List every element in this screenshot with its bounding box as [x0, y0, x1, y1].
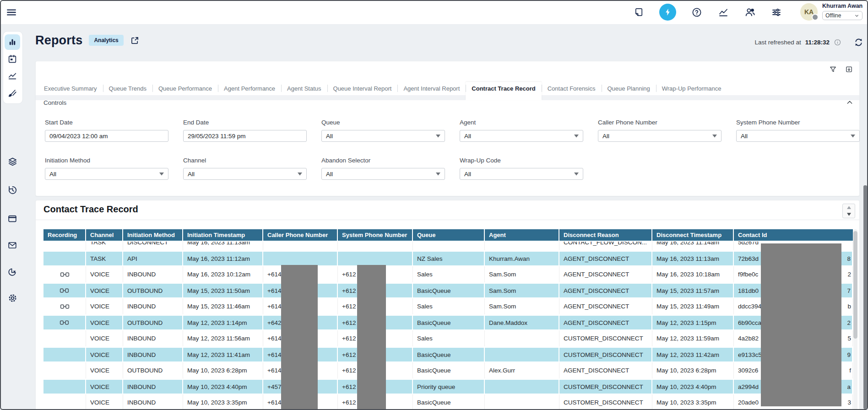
sliders-icon[interactable]	[770, 6, 782, 18]
avatar[interactable]: KA	[800, 3, 818, 21]
tab-queue-performance[interactable]: Queue Performance	[152, 82, 218, 95]
controls-title: Controls	[43, 99, 66, 106]
cell-caller-phone	[263, 250, 338, 266]
help-icon[interactable]	[691, 6, 703, 18]
select-abandon-selector[interactable]: All	[321, 168, 445, 180]
cell-initiation-timestamp: May 16, 2023 11:13am	[183, 242, 263, 250]
tab-agent-status[interactable]: Agent Status	[281, 82, 327, 95]
tab-queue-planning[interactable]: Queue Planning	[602, 82, 656, 95]
sidebar-item-gear-icon[interactable]	[5, 290, 20, 306]
select-agent[interactable]: All	[460, 130, 583, 142]
recording-icon[interactable]	[60, 319, 69, 326]
col-header-channel: Channel	[86, 229, 123, 242]
cell-queue: BasicQueue	[413, 282, 485, 298]
tab-contract-trace-record[interactable]: Contract Trace Record	[466, 82, 541, 100]
col-header-disconnect-timestamp: Disconnect Timestamp	[652, 229, 734, 242]
sidebar-item-layers-icon[interactable]	[5, 154, 20, 169]
cell-queue	[413, 242, 485, 250]
external-link-icon[interactable]	[130, 36, 140, 45]
cell-disconnect-reason: AGENT_DISCONNECT	[559, 362, 652, 378]
sidebar-item-brush-icon[interactable]	[5, 85, 20, 101]
cell-agent	[485, 330, 559, 346]
filter-value: All	[326, 171, 333, 178]
step-up-icon[interactable]	[843, 204, 855, 211]
cell-initiation-timestamp: May 15, 2023 11:46am	[183, 298, 263, 314]
cell-initiation-method: INBOUND	[123, 378, 183, 394]
tab-agent-performance[interactable]: Agent Performance	[218, 82, 281, 95]
redaction-overlay-system	[357, 265, 386, 410]
cell-recording	[43, 266, 86, 282]
step-down-icon[interactable]	[843, 211, 855, 218]
cell-disconnect-reason: CUSTOMER_DISCONNECT	[559, 346, 652, 362]
recording-icon[interactable]	[60, 287, 69, 294]
table-scrollbar[interactable]	[853, 229, 857, 410]
input-end-date[interactable]: 29/05/2023 11:59 pm	[183, 130, 307, 142]
sidebar-item-history-icon[interactable]	[5, 182, 20, 198]
filters-grid: Start Date09/04/2023 12:00 amEnd Date29/…	[45, 119, 868, 180]
tab-wrap-up-performance[interactable]: Wrap-Up Performance	[656, 82, 727, 95]
cell-initiation-method: INBOUND	[123, 330, 183, 346]
cell-disconnect-timestamp: May 16, 2023 11:13am	[652, 250, 734, 266]
sidebar-item-window-icon[interactable]	[5, 211, 20, 227]
select-initiation-method[interactable]: All	[45, 168, 168, 180]
filter-queue: QueueAll	[321, 119, 460, 142]
agent-status-select[interactable]: Offline	[822, 11, 863, 20]
cell-caller-phone	[263, 242, 338, 250]
filter-value: 09/04/2023 12:00 am	[49, 133, 108, 140]
sidebar-item-calendar-icon[interactable]	[5, 51, 20, 67]
flash-icon[interactable]	[659, 4, 676, 21]
cell-channel: VOICE	[86, 282, 123, 298]
cell-disconnect-reason: AGENT_DISCONNECT	[559, 298, 652, 314]
cell-channel: VOICE	[86, 314, 123, 330]
tab-agent-interval-report[interactable]: Agent Interval Report	[397, 82, 466, 95]
cell-disconnect-reason: AGENT_DISCONNECT	[559, 314, 652, 330]
cell-initiation-timestamp: May 10, 2023 3:35pm	[183, 394, 263, 410]
filter-agent: AgentAll	[460, 119, 598, 142]
cell-recording	[43, 330, 86, 346]
tab-queue-interval-report[interactable]: Queue Interval Report	[327, 82, 398, 95]
sidebar-item-line-chart-icon[interactable]	[5, 68, 20, 84]
metrics-icon[interactable]	[717, 6, 729, 18]
cell-queue: NZ Sales	[413, 250, 485, 266]
select-caller-phone-number[interactable]: All	[598, 130, 722, 142]
cell-queue: Sales	[413, 266, 485, 282]
cell-initiation-timestamp: May 16, 2023 11:12am	[183, 250, 263, 266]
filter-icon[interactable]	[829, 65, 837, 73]
col-header-initiation-timestamp: Initiation Timestamp	[183, 229, 263, 242]
select-channel[interactable]: All	[183, 168, 307, 180]
filter-label-wrap-up-code: Wrap-Up Code	[460, 157, 598, 164]
select-system-phone-number[interactable]: All	[736, 130, 860, 142]
redaction-overlay-caller	[281, 265, 318, 410]
recording-icon[interactable]	[60, 303, 70, 310]
sidebar	[0, 24, 25, 410]
tab-contact-forensics[interactable]: Contact Forensics	[542, 82, 602, 95]
cell-agent: Sam.Som	[485, 298, 559, 314]
users-icon[interactable]	[744, 6, 756, 18]
refresh-icon[interactable]	[854, 38, 863, 47]
filter-wrap-up-code: Wrap-Up CodeAll	[460, 157, 598, 180]
info-icon[interactable]	[834, 38, 841, 46]
sidebar-item-pie-chart-icon[interactable]	[5, 264, 20, 280]
cell-disconnect-timestamp: May 15, 2023 11:49am	[652, 298, 734, 314]
recording-icon[interactable]	[60, 271, 70, 278]
collapse-chevron-up-icon[interactable]	[846, 99, 853, 106]
menu-icon[interactable]	[5, 6, 17, 18]
sidebar-item-bar-chart-icon[interactable]	[5, 34, 20, 50]
download-icon[interactable]	[845, 65, 853, 73]
cell-disconnect-timestamp: May 10, 2023 3:35pm	[652, 394, 734, 410]
cell-recording	[43, 298, 86, 314]
page-scrollbar-thumb[interactable]	[863, 185, 867, 409]
tab-executive-summary[interactable]: Executive Summary	[38, 82, 103, 95]
controls-header: Controls	[43, 99, 853, 106]
dropdown-arrow-icon	[436, 135, 440, 138]
select-queue[interactable]: All	[321, 130, 445, 142]
input-start-date[interactable]: 09/04/2023 12:00 am	[45, 130, 168, 142]
tab-queue-trends[interactable]: Queue Trends	[103, 82, 152, 95]
table-scrollbar-thumb[interactable]	[853, 231, 857, 339]
select-wrap-up-code[interactable]: All	[460, 168, 583, 180]
cell-initiation-timestamp: May 10, 2023 6:28pm	[183, 362, 263, 378]
notes-icon[interactable]	[633, 6, 645, 18]
col-header-contact-id: Contact Id	[734, 229, 853, 242]
cell-queue: BasicQueue	[413, 394, 485, 410]
sidebar-item-mail-icon[interactable]	[5, 237, 20, 253]
